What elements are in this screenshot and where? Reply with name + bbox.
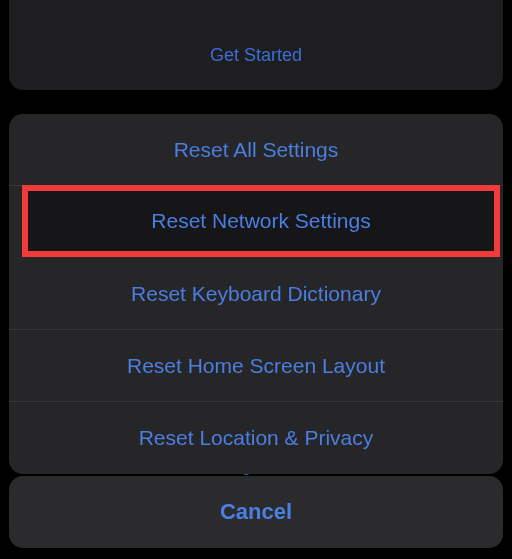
option-label: Reset All Settings <box>174 138 339 162</box>
reset-all-settings-option[interactable]: Reset All Settings <box>9 114 503 186</box>
reset-location-privacy-option[interactable]: Reset Location & Privacy <box>9 402 503 474</box>
option-label: Reset Keyboard Dictionary <box>131 282 381 306</box>
background-panel: Get Started <box>9 0 503 90</box>
reset-action-sheet: Reset All Settings Reset Network Setting… <box>9 114 503 474</box>
highlighted-option[interactable]: Reset Network Settings <box>22 185 500 257</box>
get-started-button[interactable]: Get Started <box>210 45 302 66</box>
option-label: Reset Home Screen Layout <box>127 354 385 378</box>
reset-keyboard-dictionary-option[interactable]: Reset Keyboard Dictionary <box>9 258 503 330</box>
cancel-button[interactable]: Cancel <box>9 476 503 548</box>
reset-home-screen-layout-option[interactable]: Reset Home Screen Layout <box>9 330 503 402</box>
option-label: Reset Location & Privacy <box>139 426 374 450</box>
highlighted-option-label: Reset Network Settings <box>151 209 370 233</box>
cancel-label: Cancel <box>220 499 292 525</box>
